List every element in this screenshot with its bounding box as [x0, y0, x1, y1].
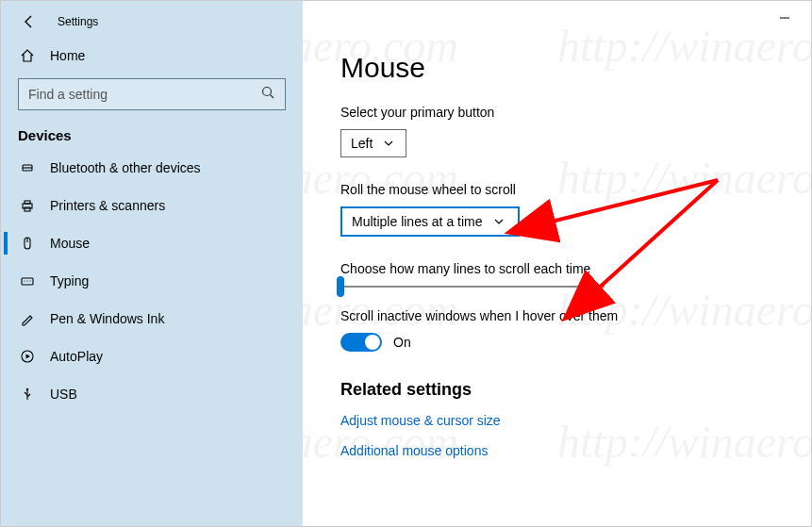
back-button[interactable]: [18, 10, 41, 33]
sidebar-item-label: Mouse: [50, 236, 90, 251]
usb-icon: [18, 387, 37, 402]
link-additional-mouse-options[interactable]: Additional mouse options: [340, 443, 773, 458]
sidebar-item-typing[interactable]: Typing: [1, 262, 303, 300]
inactive-scroll-toggle[interactable]: [340, 333, 382, 352]
primary-button-dropdown[interactable]: Left: [340, 129, 406, 157]
pen-icon: [18, 311, 37, 326]
link-adjust-mouse-cursor[interactable]: Adjust mouse & cursor size: [340, 413, 773, 428]
related-settings-header: Related settings: [340, 380, 773, 400]
sidebar-item-label: Bluetooth & other devices: [50, 160, 201, 175]
dropdown-value: Left: [351, 136, 373, 151]
sidebar-item-autoplay[interactable]: AutoPlay: [1, 338, 303, 375]
slider-track[interactable]: [340, 286, 605, 288]
sidebar-item-label: Printers & scanners: [50, 198, 165, 213]
minimize-button[interactable]: [768, 7, 802, 29]
bluetooth-icon: [18, 160, 37, 175]
sidebar: Settings Home Devices Bluetooth & oth: [1, 1, 303, 526]
search-input[interactable]: [28, 87, 260, 102]
mouse-icon: [18, 236, 37, 251]
svg-point-0: [263, 88, 272, 96]
chevron-down-icon: [494, 214, 504, 229]
svg-rect-5: [25, 201, 30, 204]
window-controls: [768, 7, 802, 29]
sidebar-item-bluetooth[interactable]: Bluetooth & other devices: [1, 149, 303, 187]
dropdown-value: Multiple lines at a time: [352, 214, 483, 229]
titlebar: Settings: [1, 1, 303, 39]
chevron-down-icon: [384, 136, 393, 151]
sidebar-item-label: AutoPlay: [50, 349, 103, 364]
autoplay-icon: [18, 349, 37, 364]
scroll-mode-label: Roll the mouse wheel to scroll: [340, 182, 773, 197]
sidebar-item-printers[interactable]: Printers & scanners: [1, 187, 303, 224]
svg-point-12: [29, 280, 30, 281]
home-nav-item[interactable]: Home: [1, 39, 303, 73]
svg-line-1: [271, 95, 274, 99]
sidebar-item-label: Typing: [50, 273, 89, 288]
lines-slider[interactable]: [340, 286, 773, 288]
home-label: Home: [50, 48, 85, 63]
sidebar-item-label: USB: [50, 387, 77, 402]
svg-point-15: [26, 388, 28, 390]
scroll-mode-dropdown[interactable]: Multiple lines at a time: [340, 206, 520, 237]
section-header: Devices: [1, 110, 303, 149]
printer-icon: [18, 198, 37, 213]
primary-button-label: Select your primary button: [340, 105, 773, 120]
page-title: Mouse: [340, 52, 773, 84]
svg-point-10: [24, 280, 25, 281]
window-title: Settings: [58, 15, 98, 28]
sidebar-item-mouse[interactable]: Mouse: [1, 224, 303, 262]
lines-scroll-label: Choose how many lines to scroll each tim…: [340, 261, 773, 276]
keyboard-icon: [18, 273, 37, 288]
svg-point-11: [26, 280, 27, 281]
sidebar-item-usb[interactable]: USB: [1, 375, 303, 413]
sidebar-item-label: Pen & Windows Ink: [50, 311, 164, 326]
inactive-scroll-label: Scroll inactive windows when I hover ove…: [340, 308, 773, 323]
nav-list: Bluetooth & other devices Printers & sca…: [1, 149, 303, 526]
search-icon: [260, 85, 275, 104]
slider-thumb[interactable]: [337, 276, 344, 297]
search-input-container[interactable]: [18, 78, 286, 110]
toggle-state-label: On: [393, 335, 411, 350]
sidebar-item-pen[interactable]: Pen & Windows Ink: [1, 300, 303, 338]
toggle-knob: [365, 335, 380, 350]
content-pane: http://winaero.com http://winaero.com ht…: [303, 1, 811, 526]
home-icon: [18, 48, 37, 63]
